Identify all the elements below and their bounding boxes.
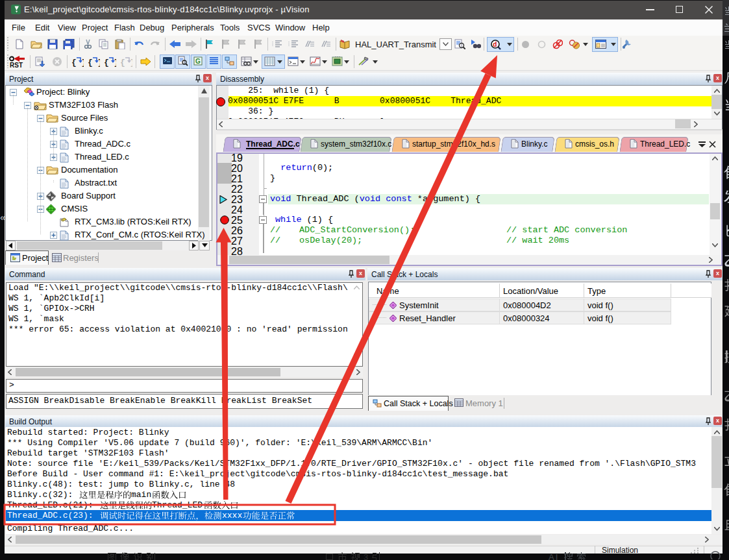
- svg-text:{ }: { }: [88, 58, 100, 67]
- svg-text:{ }: { }: [104, 58, 116, 67]
- svg-text:d: d: [493, 41, 497, 48]
- svg-text:{ }: { }: [120, 58, 132, 67]
- svg-text:{ }: { }: [71, 58, 84, 67]
- svg-text:G: G: [195, 58, 201, 65]
